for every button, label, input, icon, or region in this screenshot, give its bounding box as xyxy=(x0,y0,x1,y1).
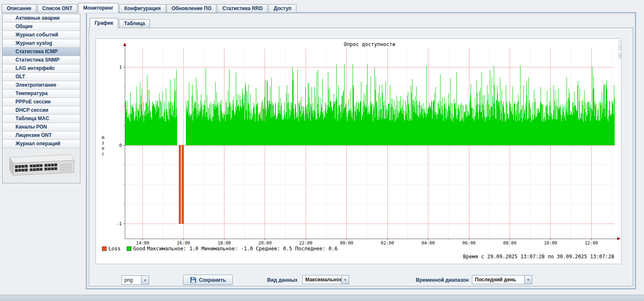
sidebar-item-lag-interface[interactable]: LAG интерфейс xyxy=(3,64,80,73)
x-tick-label: 08:00 xyxy=(503,240,517,245)
tab-rrd-statistics[interactable]: Статистика RRD xyxy=(217,4,268,13)
y-axis-arrow xyxy=(124,43,126,46)
sidebar-item-pon-channels[interactable]: Каналы PON xyxy=(3,123,80,131)
sidebar-item-general[interactable]: Общие xyxy=(3,23,80,31)
x-axis-arrow xyxy=(617,237,621,240)
image-format-value: png xyxy=(122,276,141,284)
y-axis-label: e xyxy=(102,146,105,151)
x-tick-label: 22:00 xyxy=(299,240,313,245)
tab-graph[interactable]: График xyxy=(90,18,118,28)
x-tick-label: 00:00 xyxy=(340,240,353,245)
chart-stats: Максимальное: 1.0 Минимальное: -1.0 Сред… xyxy=(147,246,337,252)
y-axis-label: s xyxy=(102,140,105,146)
availability-chart: 14:0016:0018:0020:0022:0000:0002:0004:00… xyxy=(96,39,621,264)
x-tick-label: 06:00 xyxy=(462,240,476,245)
tab-access[interactable]: Доступ xyxy=(268,4,296,13)
good-series xyxy=(125,64,614,146)
x-tick-label: 10:00 xyxy=(544,240,557,245)
chevron-down-icon: ▼ xyxy=(141,276,149,284)
tab-ont-list[interactable]: Список ONT xyxy=(37,4,77,13)
save-button-label: Сохранить xyxy=(199,277,226,283)
chart-time-range: Время с 29.09.2025 13:07:28 по 30.09.202… xyxy=(463,254,614,260)
sidebar-item-operations-log[interactable]: Журнал операций xyxy=(3,140,80,148)
sidebar-item-snmp-statistics[interactable]: Статистика SNMP xyxy=(3,56,80,64)
chart-title: Опрос доступности xyxy=(344,41,395,47)
y-tick-label: 0 xyxy=(119,143,122,148)
y-tick-label: 1 xyxy=(119,64,122,70)
chart-panel: 14:0016:0018:0020:0022:0000:0002:0004:00… xyxy=(95,39,621,264)
tab-description[interactable]: Описание xyxy=(2,4,36,13)
legend-label: Loss xyxy=(108,246,121,252)
sidebar-item-pppoe-sessions[interactable]: PPPoE сессии xyxy=(3,98,80,106)
time-range-label: Временной диапазон xyxy=(416,277,469,283)
tab-configuration[interactable]: Конфигурация xyxy=(119,4,166,13)
olt-device-image xyxy=(5,149,78,182)
x-tick-label: 14:00 xyxy=(136,240,149,245)
sidebar-item-power[interactable]: Электропитание xyxy=(3,81,80,90)
chart-watermark: Eltex EMS xyxy=(618,41,621,59)
save-button[interactable]: Сохранить xyxy=(183,275,233,285)
view-tabbar: ГрафикТаблица xyxy=(90,18,151,28)
y-tick-label: -1 xyxy=(116,221,122,226)
sidebar-item-syslog[interactable]: Журнал syslog xyxy=(3,39,80,48)
loss-bar xyxy=(179,145,181,224)
app-window: ОписаниеСписок ONTМониторингКонфигурация… xyxy=(0,0,644,301)
legend-label: Good xyxy=(133,246,145,252)
y-axis-label: m xyxy=(102,135,105,140)
device-image-wrap xyxy=(3,148,80,183)
save-icon xyxy=(190,277,196,283)
sidebar: Активные аварииОбщиеЖурнал событийЖурнал… xyxy=(2,14,80,183)
x-tick-label: 20:00 xyxy=(258,240,272,245)
sidebar-item-event-log[interactable]: Журнал событий xyxy=(3,31,80,39)
chevron-down-icon: ▼ xyxy=(341,275,349,284)
main-tabbar: ОписаниеСписок ONTМониторингКонфигурация… xyxy=(2,3,297,13)
sidebar-item-icmp-statistics[interactable]: Статистика ICMP xyxy=(3,48,80,56)
x-tick-label: 02:00 xyxy=(381,240,394,245)
time-range-value: Последний день xyxy=(472,275,524,284)
status-bar xyxy=(0,295,644,301)
y-axis-label: c xyxy=(102,151,105,157)
tab-table[interactable]: Таблица xyxy=(119,19,150,28)
sidebar-list: Активные аварииОбщиеЖурнал событийЖурнал… xyxy=(3,14,80,148)
x-tick-label: 12:00 xyxy=(585,240,598,245)
data-kind-value: Максимальное xyxy=(303,275,341,284)
sidebar-item-active-alarms[interactable]: Активные аварии xyxy=(3,14,80,23)
x-tick-label: 18:00 xyxy=(218,240,231,245)
image-format-select[interactable]: png ▼ xyxy=(121,275,149,285)
sidebar-item-mac-table[interactable]: Таблица MAC xyxy=(3,115,80,123)
x-tick-label: 04:00 xyxy=(422,240,435,245)
legend-swatch xyxy=(102,247,106,251)
sidebar-item-ont-licenses[interactable]: Лицензии ONT xyxy=(3,131,80,140)
loss-bar xyxy=(182,145,183,224)
tab-monitoring[interactable]: Мониторинг xyxy=(78,3,118,13)
chevron-down-icon: ▼ xyxy=(524,275,532,284)
sidebar-item-olt[interactable]: OLT xyxy=(3,73,80,81)
legend-swatch xyxy=(127,247,131,251)
x-tick-label: 16:00 xyxy=(177,240,190,245)
data-kind-label: Вид данных xyxy=(267,277,298,283)
time-range-select[interactable]: Последний день ▼ xyxy=(472,275,532,284)
sidebar-item-dhcp-sessions[interactable]: DHCP сессии xyxy=(3,106,80,115)
tab-firmware-update[interactable]: Обновление ПО xyxy=(167,4,216,13)
sidebar-item-temperature[interactable]: Температура xyxy=(3,90,80,98)
data-kind-select[interactable]: Максимальное ▼ xyxy=(302,275,349,284)
